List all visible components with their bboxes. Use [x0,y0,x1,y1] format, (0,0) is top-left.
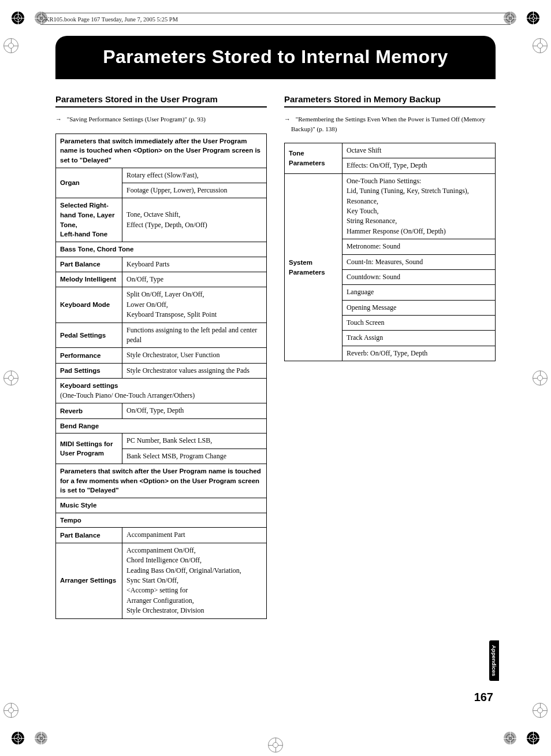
row-value: On/Off, Type [122,272,267,287]
left-reference-text: "Saving Performance Settings (User Progr… [67,116,206,123]
row-full-label: Keyboard settings [60,382,118,389]
row-value: Octave Shift [342,143,496,158]
crop-mark-left [3,370,18,386]
row-label-melody: Melody Intelligent [56,272,122,287]
section2-header: Parameters that switch after the User Pr… [56,464,267,498]
row-value: Effects: On/Off, Type, Depth [342,158,496,173]
row-label-part-balance: Part Balance [56,257,122,272]
memory-backup-table: Tone Parameters Octave Shift Effects: On… [284,143,496,361]
right-reference-line: → "Remembering the Settings Even When th… [284,114,496,134]
corner-badge-tr [527,12,539,24]
row-value: Rotary effect (Slow/Fast), [122,168,267,183]
arrow-icon: → [284,116,294,123]
row-value: On/Off, Type, Depth [122,403,267,418]
row-full-subnote: (One-Touch Piano/ One-Touch Arranger/Oth… [60,391,195,399]
crop-mark-tr [533,38,548,53]
row-label-part-balance2: Part Balance [56,528,122,543]
row-full-keyboard-settings: Keyboard settings (One-Touch Piano/ One-… [56,379,267,403]
row-value: Footage (Upper, Lower), Percussion [122,183,267,198]
corner-badge-tl [12,12,24,24]
row-label-arranger: Arranger Settings [56,543,122,618]
row-value: Style Orchestrator values assigning the … [122,363,267,378]
corner-badge-bl2 [35,732,47,744]
row-value: Accompaniment Part [122,528,267,543]
crop-mark-tl [3,38,18,53]
right-reference-text: "Remembering the Settings Even When the … [291,116,485,132]
crop-mark-right [533,370,548,386]
row-value: Language [342,285,496,300]
row-value: Style Orchestrator, User Function [122,348,267,363]
document-header-line: KR105.book Page 167 Tuesday, June 7, 200… [45,16,178,23]
arrow-icon: → [55,116,65,123]
row-label-pad: Pad Settings [56,363,122,378]
row-full-tempo: Tempo [56,513,267,528]
page-number: 167 [474,691,493,704]
row-label-pedal: Pedal Settings [56,323,122,348]
corner-badge-bl [12,732,24,744]
left-reference-line: → "Saving Performance Settings (User Pro… [55,114,267,124]
row-label-reverb: Reverb [56,403,122,418]
row-value: One-Touch Piano Settings: Lid, Tuning (T… [342,173,496,239]
corner-badge-br [527,732,539,744]
row-label-keyboard-mode: Keyboard Mode [56,287,122,323]
row-label-midi: MIDI Settings for User Program [56,433,122,464]
row-value: PC Number, Bank Select LSB, [122,433,267,449]
row-value: Tone, Octave Shift, Effect (Type, Depth,… [122,198,267,242]
row-value: Track Assign [342,331,496,346]
row-value: Opening Message [342,300,496,315]
header-rule-top [40,13,511,13]
row-label-organ: Organ [56,168,122,198]
row-value: Countdown: Sound [342,269,496,284]
left-section-heading: Parameters Stored in the User Program [55,94,267,108]
user-program-table: Parameters that switch immediately after… [55,134,267,619]
header-rule-bottom [40,24,511,25]
row-full-bend-range: Bend Range [56,418,267,433]
side-tab-appendices: Appendices [489,640,499,681]
section1-header: Parameters that switch immediately after… [56,134,267,168]
row-value: Count-In: Measures, Sound [342,254,496,269]
row-value: Bank Select MSB, Program Change [122,449,267,464]
crop-mark-br [533,703,548,718]
corner-badge-tr2 [504,12,516,24]
page-title: Parameters Stored to Internal Memory [55,36,496,79]
row-value: Reverb: On/Off, Type, Depth [342,346,496,361]
row-value: Functions assigning to the left pedal an… [122,323,267,348]
row-full: Bass Tone, Chord Tone [56,242,267,257]
row-label-system-params: System Parameters [285,173,342,361]
row-label-performance: Performance [56,348,122,363]
corner-badge-br2 [504,732,516,744]
crop-mark-bottom [268,738,283,753]
crop-mark-bl [3,703,18,718]
row-value: Touch Screen [342,316,496,331]
row-label-tone-params: Tone Parameters [285,143,342,174]
right-section-heading: Parameters Stored in Memory Backup [284,94,496,108]
row-value: Metronome: Sound [342,239,496,254]
row-value: Accompaniment On/Off, Chord Intelligence… [122,543,267,618]
row-value: Keyboard Parts [122,257,267,272]
row-value: Split On/Off, Layer On/Off, Lower On/Off… [122,287,267,323]
row-label-tones: Selected Right-hand Tone, Layer Tone, Le… [56,198,122,242]
row-full-music-style: Music Style [56,498,267,513]
